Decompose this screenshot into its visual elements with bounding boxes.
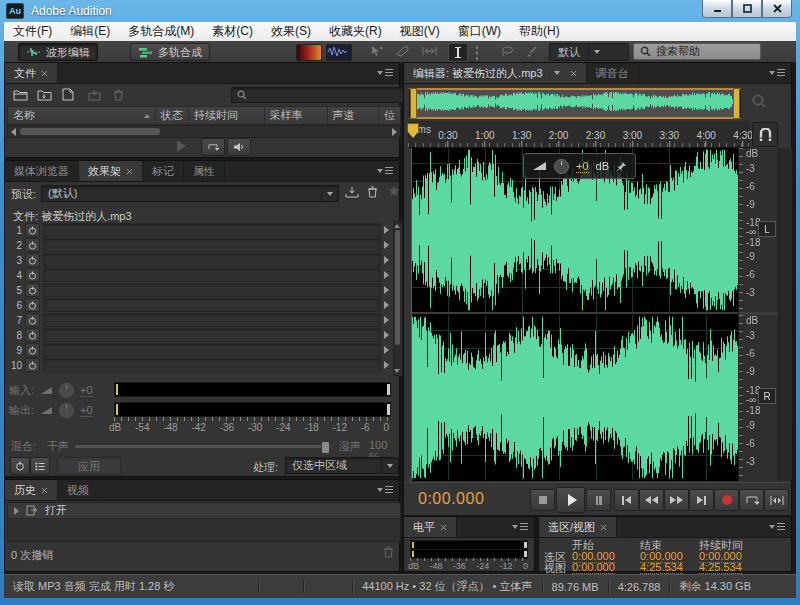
scrollbar-thumb[interactable]	[20, 128, 160, 135]
left-channel-button[interactable]: L	[758, 221, 776, 237]
close-icon[interactable]	[570, 70, 577, 77]
new-file-icon[interactable]	[59, 87, 77, 102]
time-display[interactable]: 0:00.000	[418, 490, 484, 508]
open-file-icon[interactable]	[11, 87, 29, 102]
menu-item[interactable]: 编辑(E)	[61, 23, 119, 40]
play-button[interactable]	[556, 487, 585, 513]
rewind-button[interactable]	[639, 489, 664, 511]
slot-arrow-icon[interactable]	[384, 301, 389, 309]
insert-multitrack-icon[interactable]	[85, 87, 103, 102]
history-entry[interactable]: 打开	[8, 503, 400, 519]
close-icon[interactable]	[440, 524, 447, 531]
lasso-tool-icon[interactable]	[501, 46, 514, 57]
move-tool-icon[interactable]	[370, 45, 383, 58]
rack-power-button[interactable]	[10, 457, 30, 475]
panel-menu-icon[interactable]	[377, 69, 393, 76]
scroll-left-icon[interactable]	[11, 128, 16, 136]
volume-hud[interactable]: +0 dB	[523, 153, 636, 179]
column-status[interactable]: 状态	[156, 107, 189, 124]
view-duration-value[interactable]: 4:25.534	[699, 561, 742, 574]
menu-item[interactable]: 效果(S)	[262, 23, 320, 40]
tab-selection-view[interactable]: 选区/视图	[539, 517, 617, 537]
column-samplerate[interactable]: 采样率	[265, 107, 328, 124]
snap-magnet-button[interactable]	[752, 122, 778, 147]
input-gain-value[interactable]: +0	[80, 384, 93, 397]
right-channel-waveform[interactable]	[411, 315, 738, 480]
skip-selection-button[interactable]	[764, 489, 789, 511]
menu-item[interactable]: 帮助(H)	[510, 23, 569, 40]
effect-slot-row[interactable]: 8	[7, 328, 389, 342]
files-horizontal-scrollbar[interactable]	[7, 125, 401, 138]
spectral-display-button[interactable]	[296, 44, 322, 61]
skip-to-end-button[interactable]	[689, 489, 714, 511]
loop-playback-button[interactable]	[201, 138, 225, 156]
menu-item[interactable]: 收藏夹(R)	[320, 23, 391, 40]
effect-slot[interactable]	[43, 298, 381, 312]
power-icon[interactable]	[25, 268, 40, 282]
effect-slot-row[interactable]: 10	[7, 358, 389, 372]
menu-item[interactable]: 窗口(W)	[449, 23, 510, 40]
vertical-scrollbar[interactable]	[778, 148, 792, 481]
preset-dropdown[interactable]: (默认)	[41, 185, 339, 202]
effect-slot[interactable]	[43, 223, 381, 237]
time-selection-tool-icon[interactable]	[448, 43, 468, 62]
razor-tool-icon[interactable]	[396, 46, 409, 57]
stop-button[interactable]	[530, 489, 555, 511]
pin-icon[interactable]	[616, 161, 627, 172]
import-file-icon[interactable]	[35, 87, 53, 102]
menu-item[interactable]: 多轨合成(M)	[119, 23, 203, 40]
hud-gain-value[interactable]: +0	[576, 160, 589, 173]
effect-slot[interactable]	[43, 283, 381, 297]
close-icon[interactable]	[41, 487, 48, 494]
output-gain-value[interactable]: +0	[80, 404, 93, 417]
slot-arrow-icon[interactable]	[384, 331, 389, 339]
slot-arrow-icon[interactable]	[384, 241, 389, 249]
effect-slot[interactable]	[43, 268, 381, 282]
effect-slot[interactable]	[43, 313, 381, 327]
power-icon[interactable]	[25, 238, 40, 252]
trash-icon[interactable]	[383, 546, 394, 558]
panel-menu-icon[interactable]	[377, 486, 393, 493]
effect-slot[interactable]	[43, 238, 381, 252]
preview-play-icon[interactable]	[177, 140, 186, 152]
skip-to-start-button[interactable]	[614, 489, 639, 511]
overview-right-handle[interactable]	[733, 88, 740, 119]
brush-tool-icon[interactable]	[526, 46, 538, 58]
tab-video[interactable]: 视频	[58, 480, 99, 500]
slot-arrow-icon[interactable]	[384, 256, 389, 264]
close-icon[interactable]	[126, 168, 133, 175]
effect-slot-row[interactable]: 1	[7, 223, 389, 237]
column-bitdepth[interactable]: 位	[379, 107, 400, 124]
process-dropdown[interactable]: 仅选中区域	[285, 457, 399, 474]
overview-waveform[interactable]	[416, 91, 734, 112]
overview-left-handle[interactable]	[410, 88, 417, 119]
column-channels[interactable]: 声道	[328, 107, 379, 124]
close-icon[interactable]	[600, 524, 607, 531]
effect-slot-row[interactable]: 7	[7, 313, 389, 327]
power-icon[interactable]	[25, 358, 40, 372]
menu-item[interactable]: 素材(C)	[203, 23, 262, 40]
tab-properties[interactable]: 属性	[184, 161, 225, 181]
menu-item[interactable]: 文件(F)	[4, 23, 61, 40]
scroll-down-icon[interactable]	[394, 369, 400, 373]
effect-slot-row[interactable]: 5	[7, 283, 389, 297]
scrollbar-thumb[interactable]	[395, 230, 400, 345]
delete-preset-icon[interactable]	[367, 186, 378, 198]
auto-play-button[interactable]	[227, 138, 251, 156]
scroll-right-icon[interactable]	[392, 128, 397, 136]
scroll-up-icon[interactable]	[394, 224, 400, 228]
multitrack-button[interactable]: 多轨合成	[130, 43, 210, 61]
effect-slot-row[interactable]: 3	[7, 253, 389, 267]
rack-list-button[interactable]	[30, 457, 50, 475]
waveform-editor-button[interactable]: 波形编辑	[18, 43, 98, 61]
power-icon[interactable]	[25, 313, 40, 327]
slot-arrow-icon[interactable]	[384, 346, 389, 354]
panel-menu-icon[interactable]	[512, 523, 528, 530]
tab-markers[interactable]: 标记	[143, 161, 184, 181]
apply-button[interactable]: 应用	[57, 457, 121, 475]
save-preset-icon[interactable]	[345, 186, 359, 198]
zoom-navigate-icon[interactable]	[751, 93, 768, 110]
effect-slot-row[interactable]: 6	[7, 298, 389, 312]
pause-button[interactable]	[586, 489, 611, 511]
slip-tool-icon[interactable]	[422, 46, 437, 56]
